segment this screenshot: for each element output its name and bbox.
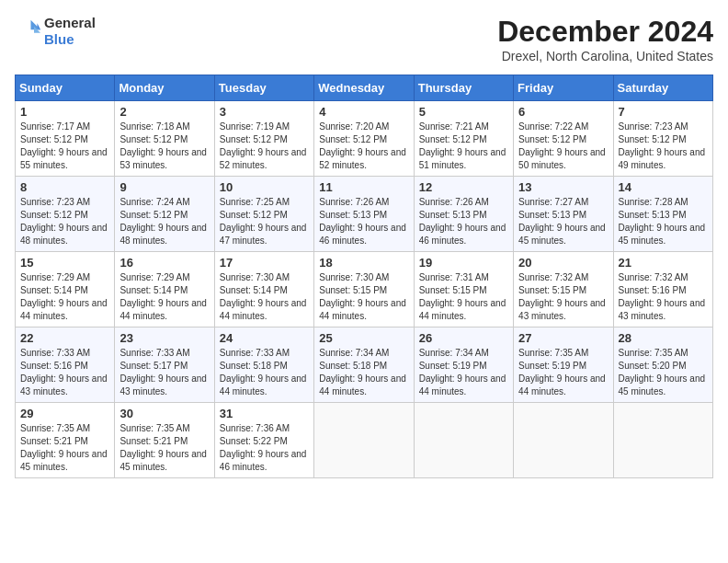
day-info: Sunrise: 7:33 AMSunset: 5:18 PMDaylight:… [220, 347, 309, 398]
col-header-saturday: Saturday [613, 75, 712, 101]
day-info: Sunrise: 7:23 AMSunset: 5:12 PMDaylight:… [619, 121, 708, 172]
calendar-header-row: SundayMondayTuesdayWednesdayThursdayFrid… [16, 75, 713, 101]
day-number: 24 [220, 331, 309, 345]
calendar-day-7: 7Sunrise: 7:23 AMSunset: 5:12 PMDaylight… [613, 101, 712, 177]
day-info: Sunrise: 7:34 AMSunset: 5:19 PMDaylight:… [419, 347, 508, 398]
day-info: Sunrise: 7:17 AMSunset: 5:12 PMDaylight:… [20, 121, 109, 172]
calendar-day-15: 15Sunrise: 7:29 AMSunset: 5:14 PMDayligh… [16, 252, 115, 327]
calendar-day-31: 31Sunrise: 7:36 AMSunset: 5:22 PMDayligh… [214, 403, 313, 478]
day-number: 20 [518, 256, 608, 270]
calendar-week-4: 22Sunrise: 7:33 AMSunset: 5:16 PMDayligh… [16, 327, 713, 403]
calendar-day-6: 6Sunrise: 7:22 AMSunset: 5:12 PMDaylight… [514, 101, 613, 177]
calendar-body: 1Sunrise: 7:17 AMSunset: 5:12 PMDaylight… [16, 101, 713, 478]
col-header-monday: Monday [115, 75, 214, 101]
month-title: December 2024 [497, 15, 713, 49]
day-info: Sunrise: 7:32 AMSunset: 5:16 PMDaylight:… [619, 271, 708, 323]
page-header: General Blue December 2024 Drexel, North… [15, 15, 713, 63]
calendar-day-24: 24Sunrise: 7:33 AMSunset: 5:18 PMDayligh… [214, 327, 313, 403]
day-info: Sunrise: 7:21 AMSunset: 5:12 PMDaylight:… [419, 121, 508, 172]
calendar-day-13: 13Sunrise: 7:27 AMSunset: 5:13 PMDayligh… [514, 177, 613, 252]
day-number: 19 [419, 256, 508, 270]
location: Drexel, North Carolina, United States [497, 49, 713, 63]
day-number: 15 [20, 256, 109, 270]
calendar-day-9: 9Sunrise: 7:24 AMSunset: 5:12 PMDaylight… [115, 177, 214, 252]
logo: General Blue [15, 15, 96, 48]
day-info: Sunrise: 7:20 AMSunset: 5:12 PMDaylight:… [319, 121, 408, 172]
day-number: 29 [20, 407, 109, 420]
day-number: 6 [518, 105, 608, 119]
day-info: Sunrise: 7:33 AMSunset: 5:16 PMDaylight:… [20, 347, 109, 398]
empty-cell [613, 403, 712, 478]
calendar-day-8: 8Sunrise: 7:23 AMSunset: 5:12 PMDaylight… [16, 177, 115, 252]
day-info: Sunrise: 7:30 AMSunset: 5:14 PMDaylight:… [220, 271, 309, 323]
day-number: 23 [119, 331, 209, 345]
day-number: 11 [319, 180, 408, 194]
day-number: 27 [518, 331, 608, 345]
calendar-day-4: 4Sunrise: 7:20 AMSunset: 5:12 PMDaylight… [314, 101, 414, 177]
calendar-day-22: 22Sunrise: 7:33 AMSunset: 5:16 PMDayligh… [16, 327, 115, 403]
calendar-day-12: 12Sunrise: 7:26 AMSunset: 5:13 PMDayligh… [414, 177, 513, 252]
day-info: Sunrise: 7:23 AMSunset: 5:12 PMDaylight:… [20, 196, 109, 247]
calendar-day-23: 23Sunrise: 7:33 AMSunset: 5:17 PMDayligh… [115, 327, 214, 403]
day-info: Sunrise: 7:35 AMSunset: 5:20 PMDaylight:… [619, 347, 708, 398]
day-info: Sunrise: 7:25 AMSunset: 5:12 PMDaylight:… [220, 196, 309, 247]
day-info: Sunrise: 7:26 AMSunset: 5:13 PMDaylight:… [419, 196, 508, 247]
day-number: 25 [319, 331, 408, 345]
day-number: 28 [619, 331, 708, 345]
calendar-day-21: 21Sunrise: 7:32 AMSunset: 5:16 PMDayligh… [613, 252, 712, 327]
logo-icon [15, 18, 40, 44]
day-number: 7 [619, 105, 708, 119]
day-info: Sunrise: 7:18 AMSunset: 5:12 PMDaylight:… [119, 121, 209, 172]
day-number: 3 [220, 105, 309, 119]
day-number: 16 [119, 256, 209, 270]
calendar-week-1: 1Sunrise: 7:17 AMSunset: 5:12 PMDaylight… [16, 101, 713, 177]
calendar-day-10: 10Sunrise: 7:25 AMSunset: 5:12 PMDayligh… [214, 177, 313, 252]
day-number: 13 [518, 180, 608, 194]
day-info: Sunrise: 7:28 AMSunset: 5:13 PMDaylight:… [619, 196, 708, 247]
day-info: Sunrise: 7:33 AMSunset: 5:17 PMDaylight:… [119, 347, 209, 398]
day-number: 18 [319, 256, 408, 270]
day-info: Sunrise: 7:30 AMSunset: 5:15 PMDaylight:… [319, 271, 408, 323]
col-header-friday: Friday [514, 75, 613, 101]
day-number: 10 [220, 180, 309, 194]
day-number: 21 [619, 256, 708, 270]
calendar-day-19: 19Sunrise: 7:31 AMSunset: 5:15 PMDayligh… [414, 252, 513, 327]
col-header-tuesday: Tuesday [214, 75, 313, 101]
calendar-day-26: 26Sunrise: 7:34 AMSunset: 5:19 PMDayligh… [414, 327, 513, 403]
day-number: 5 [419, 105, 508, 119]
title-block: December 2024 Drexel, North Carolina, Un… [497, 15, 713, 63]
day-number: 22 [20, 331, 109, 345]
day-info: Sunrise: 7:34 AMSunset: 5:18 PMDaylight:… [319, 347, 408, 398]
day-number: 4 [319, 105, 408, 119]
logo-text: General Blue [44, 15, 96, 48]
day-number: 1 [20, 105, 109, 119]
empty-cell [514, 403, 613, 478]
day-info: Sunrise: 7:35 AMSunset: 5:21 PMDaylight:… [20, 422, 109, 474]
day-number: 30 [119, 407, 209, 420]
day-info: Sunrise: 7:27 AMSunset: 5:13 PMDaylight:… [518, 196, 608, 247]
day-number: 31 [220, 407, 309, 420]
empty-cell [414, 403, 513, 478]
day-number: 17 [220, 256, 309, 270]
day-info: Sunrise: 7:24 AMSunset: 5:12 PMDaylight:… [119, 196, 209, 247]
col-header-sunday: Sunday [16, 75, 115, 101]
day-info: Sunrise: 7:26 AMSunset: 5:13 PMDaylight:… [319, 196, 408, 247]
col-header-wednesday: Wednesday [314, 75, 414, 101]
calendar-day-27: 27Sunrise: 7:35 AMSunset: 5:19 PMDayligh… [514, 327, 613, 403]
calendar-day-5: 5Sunrise: 7:21 AMSunset: 5:12 PMDaylight… [414, 101, 513, 177]
day-number: 2 [119, 105, 209, 119]
calendar-week-5: 29Sunrise: 7:35 AMSunset: 5:21 PMDayligh… [16, 403, 713, 478]
day-info: Sunrise: 7:22 AMSunset: 5:12 PMDaylight:… [518, 121, 608, 172]
calendar-day-25: 25Sunrise: 7:34 AMSunset: 5:18 PMDayligh… [314, 327, 414, 403]
day-info: Sunrise: 7:31 AMSunset: 5:15 PMDaylight:… [419, 271, 508, 323]
day-number: 9 [119, 180, 209, 194]
calendar-day-17: 17Sunrise: 7:30 AMSunset: 5:14 PMDayligh… [214, 252, 313, 327]
calendar-day-16: 16Sunrise: 7:29 AMSunset: 5:14 PMDayligh… [115, 252, 214, 327]
calendar-day-28: 28Sunrise: 7:35 AMSunset: 5:20 PMDayligh… [613, 327, 712, 403]
calendar-day-14: 14Sunrise: 7:28 AMSunset: 5:13 PMDayligh… [613, 177, 712, 252]
day-info: Sunrise: 7:35 AMSunset: 5:19 PMDaylight:… [518, 347, 608, 398]
calendar-day-3: 3Sunrise: 7:19 AMSunset: 5:12 PMDaylight… [214, 101, 313, 177]
day-info: Sunrise: 7:29 AMSunset: 5:14 PMDaylight:… [20, 271, 109, 323]
empty-cell [314, 403, 414, 478]
day-number: 8 [20, 180, 109, 194]
